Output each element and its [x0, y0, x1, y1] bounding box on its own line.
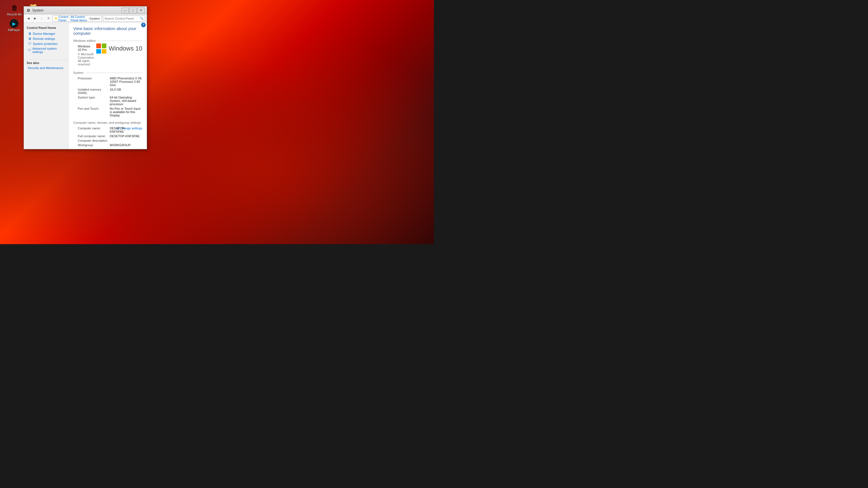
workgroup-label: Workgroup:: [73, 143, 110, 147]
recycle-bin-icon: 🗑: [10, 3, 19, 12]
breadcrumb-current: System: [90, 17, 100, 20]
sidebar-item-device-manager-label: Device Manager: [33, 32, 55, 35]
flag-q3: [96, 49, 101, 54]
computer-description-label: Computer description:: [73, 139, 110, 142]
advanced-settings-icon: 🛡: [28, 48, 31, 52]
kmplayer-icon: ▶: [9, 19, 19, 28]
system-window: ⚙ System — □ ✕ ◀ ▶ ↑ ↻ 📁 Control Panel ›…: [24, 6, 147, 149]
sidebar-item-advanced-settings-label: Advanced system settings: [33, 47, 65, 54]
sidebar-item-security-maintenance[interactable]: Security and Maintenance: [27, 66, 66, 70]
sidebar-item-remote-settings[interactable]: 🖥 Remote settings: [27, 36, 66, 41]
full-computer-name-label: Full computer name:: [73, 134, 110, 138]
help-button[interactable]: ?: [141, 23, 146, 27]
computer-name-row: Computer name: DESKTOP-KNFSPAE: [73, 127, 116, 133]
system-type-row: System type: 64-bit Operating System, x6…: [73, 96, 142, 106]
computer-description-value: [110, 139, 142, 142]
computer-name-value: DESKTOP-KNFSPAE: [110, 127, 125, 133]
desktop: 🗑 Recycle Bin 📁 ▶ KMPlayer ⚙ System — □ …: [0, 0, 434, 244]
ram-row: Installed memory (RAM): 16,0 GB: [73, 88, 142, 95]
back-button[interactable]: ◀: [26, 16, 31, 21]
sidebar-item-system-protection[interactable]: 🛡 System protection: [27, 41, 66, 46]
window-icon: ⚙: [26, 8, 31, 12]
edition-value: Windows 10 Pro: [73, 44, 92, 51]
desktop-icon-recycle-bin[interactable]: 🗑 Recycle Bin: [6, 3, 23, 16]
security-maintenance-label: Security and Maintenance: [28, 66, 63, 70]
copyright-row: © Microsoft Corporation. All rights rese…: [73, 53, 92, 66]
close-button[interactable]: ✕: [137, 7, 145, 13]
edition-row: Windows 10 Pro: [73, 44, 92, 51]
processor-label: Processor:: [73, 77, 110, 87]
computer-description-row: Computer description:: [73, 139, 142, 142]
sidebar: Control Panel Home 🖥 Device Manager 🖥 Re…: [24, 23, 69, 149]
sidebar-item-remote-settings-label: Remote settings: [33, 37, 55, 40]
edition-divider: [98, 41, 142, 41]
computer-section-label: Computer name, domain, and workgroup set…: [73, 121, 141, 124]
refresh-button[interactable]: ↻: [46, 16, 51, 21]
windows-flag-icon: [96, 43, 106, 54]
system-type-label: System type:: [73, 96, 110, 106]
recycle-bin-label: Recycle Bin: [7, 13, 22, 16]
breadcrumb-control-panel[interactable]: Control Panel: [58, 15, 68, 22]
windows-logo: Windows 10: [96, 43, 142, 54]
system-section-label: System: [73, 71, 84, 74]
see-also-section: See also Security and Maintenance: [24, 60, 68, 71]
edition-section-label: Windows edition: [73, 39, 96, 42]
sidebar-item-advanced-settings[interactable]: 🛡 Advanced system settings: [27, 46, 66, 54]
see-also-title: See also: [27, 61, 66, 65]
search-icon[interactable]: 🔍: [140, 17, 144, 20]
desktop-icon-kmplayer[interactable]: ▶ KMPlayer: [6, 19, 23, 32]
full-computer-name-value: DESKTOP-KNFSPAE: [110, 134, 142, 138]
device-manager-icon: 🖥: [28, 32, 32, 36]
workgroup-row: Workgroup: WORKGROUP: [73, 143, 142, 147]
title-bar: ⚙ System — □ ✕: [24, 6, 147, 14]
sidebar-home-link[interactable]: Control Panel Home: [27, 26, 66, 29]
minimize-button[interactable]: —: [122, 7, 129, 13]
address-bar: ◀ ▶ ↑ ↻ 📁 Control Panel › All Control Pa…: [24, 14, 147, 23]
computer-name-section: Computer name, domain, and workgroup set…: [73, 121, 142, 148]
windows-edition-section: Windows edition Windows 10: [73, 39, 142, 67]
kmplayer-label: KMPlayer: [8, 29, 20, 32]
main-content: View basic information about your comput…: [69, 23, 147, 149]
title-bar-buttons: — □ ✕: [122, 7, 145, 13]
forward-button[interactable]: ▶: [32, 16, 38, 21]
system-section: System Processor: AMD Phenom(tm) II X6 1…: [73, 71, 142, 117]
processor-row: Processor: AMD Phenom(tm) II X6 1055T Pr…: [73, 77, 142, 87]
window-content: Control Panel Home 🖥 Device Manager 🖥 Re…: [24, 23, 147, 149]
system-protection-icon: 🛡: [28, 42, 32, 46]
full-computer-name-row: Full computer name: DESKTOP-KNFSPAE: [73, 134, 142, 138]
window-title: System: [32, 8, 122, 12]
pen-touch-value: No Pen or Touch Input is available for t…: [110, 107, 142, 117]
flag-q1: [96, 43, 101, 48]
sidebar-item-system-protection-label: System protection: [33, 42, 58, 45]
processor-value: AMD Phenom(tm) II X6 1055T Processor 2.8…: [110, 77, 142, 87]
ram-value: 16,0 GB: [110, 88, 142, 95]
flag-q4: [102, 49, 106, 54]
breadcrumb: 📁 Control Panel › All Control Panel Item…: [53, 16, 102, 22]
workgroup-value: WORKGROUP: [110, 143, 142, 147]
up-button[interactable]: ↑: [39, 16, 44, 21]
ram-label: Installed memory (RAM):: [73, 88, 110, 95]
computer-name-label: Computer name:: [73, 127, 110, 133]
remote-settings-icon: 🖥: [28, 37, 32, 41]
search-box[interactable]: 🔍: [103, 16, 145, 22]
sidebar-item-device-manager[interactable]: 🖥 Device Manager: [27, 31, 66, 36]
maximize-button[interactable]: □: [129, 7, 137, 13]
system-type-value: 64-bit Operating System, x64-based proce…: [110, 96, 142, 106]
flag-q2: [102, 43, 106, 48]
edition-section-header: Windows edition: [73, 39, 142, 42]
windows-logo-text: Windows 10: [108, 45, 142, 52]
pen-touch-row: Pen and Touch: No Pen or Touch Input is …: [73, 107, 142, 117]
computer-section-header: Computer name, domain, and workgroup set…: [73, 121, 142, 124]
search-input[interactable]: [104, 17, 138, 20]
breadcrumb-all-items[interactable]: All Control Panel Items: [70, 15, 88, 22]
sidebar-home-section: Control Panel Home 🖥 Device Manager 🖥 Re…: [24, 25, 68, 55]
pen-touch-label: Pen and Touch:: [73, 107, 110, 117]
copyright-value: © Microsoft Corporation. All rights rese…: [73, 53, 95, 66]
system-section-header: System: [73, 71, 142, 74]
page-title: View basic information about your comput…: [73, 26, 142, 36]
